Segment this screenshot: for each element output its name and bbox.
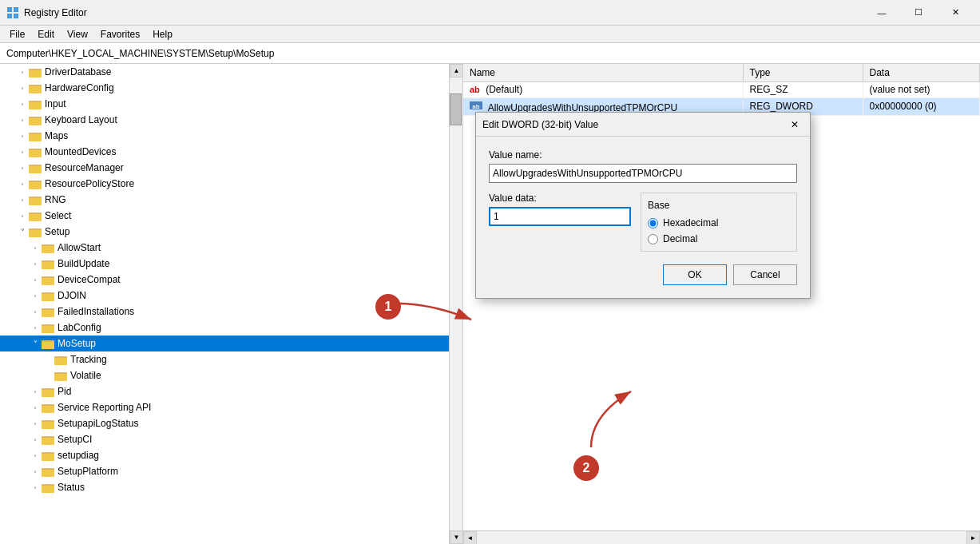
base-label: Base — [648, 200, 790, 211]
minimize-button[interactable]: — — [863, 0, 900, 26]
value-data-input[interactable] — [489, 207, 631, 226]
menu-view[interactable]: View — [61, 27, 94, 42]
dialog-body: Value name: Value data: Base Hexadecimal — [476, 137, 810, 298]
radio-hexadecimal-label[interactable]: Hexadecimal — [648, 217, 790, 228]
cancel-button[interactable]: Cancel — [733, 264, 797, 285]
app-icon — [6, 6, 19, 19]
value-name-label: Value name: — [489, 149, 797, 161]
menu-favorites[interactable]: Favorites — [94, 27, 146, 42]
dialog-close-button[interactable]: ✕ — [786, 116, 803, 133]
radio-decimal[interactable] — [648, 234, 658, 244]
svg-rect-2 — [7, 14, 12, 18]
value-name-input[interactable] — [489, 164, 797, 183]
svg-rect-0 — [7, 7, 12, 12]
dialog-overlay: Edit DWORD (32-bit) Value ✕ Value name: … — [0, 64, 980, 544]
step-1-indicator: 1 — [375, 294, 401, 320]
main-content: › DriverDatabase › HardwareConfig › — [0, 64, 980, 544]
radio-hexadecimal[interactable] — [648, 218, 658, 228]
svg-rect-1 — [14, 7, 18, 12]
address-text: Computer\HKEY_LOCAL_MACHINE\SYSTEM\Setup… — [6, 48, 274, 59]
menu-help[interactable]: Help — [146, 27, 179, 42]
value-data-col: Value data: — [489, 193, 631, 252]
restore-button[interactable]: ☐ — [900, 0, 937, 26]
menu-file[interactable]: File — [3, 27, 31, 42]
radio-decimal-text: Decimal — [663, 233, 697, 244]
menu-edit[interactable]: Edit — [31, 27, 61, 42]
dialog-data-row: Value data: Base Hexadecimal — [489, 193, 797, 252]
menu-bar: File Edit View Favorites Help — [0, 26, 980, 43]
svg-rect-3 — [14, 14, 18, 18]
window-controls: — ☐ ✕ — [863, 0, 974, 26]
ok-button[interactable]: OK — [663, 264, 727, 285]
base-col: Base Hexadecimal Decimal — [641, 193, 797, 252]
address-bar: Computer\HKEY_LOCAL_MACHINE\SYSTEM\Setup… — [0, 43, 980, 64]
step-1-label: 1 — [385, 300, 392, 314]
step-2-label: 2 — [583, 461, 590, 475]
title-bar: Registry Editor — ☐ ✕ — [0, 0, 980, 26]
close-button[interactable]: ✕ — [937, 0, 974, 26]
arrow-2 — [559, 375, 679, 455]
value-data-label: Value data: — [489, 193, 631, 204]
window-title: Registry Editor — [24, 7, 863, 18]
radio-decimal-label[interactable]: Decimal — [648, 233, 790, 244]
edit-dword-dialog: Edit DWORD (32-bit) Value ✕ Value name: … — [475, 112, 811, 299]
radio-group: Hexadecimal Decimal — [648, 217, 790, 244]
step-2-indicator: 2 — [573, 455, 599, 481]
dialog-title: Edit DWORD (32-bit) Value — [482, 119, 786, 130]
radio-hexadecimal-text: Hexadecimal — [663, 217, 718, 228]
dialog-buttons: OK Cancel — [489, 264, 797, 285]
dialog-title-bar: Edit DWORD (32-bit) Value ✕ — [476, 113, 810, 137]
